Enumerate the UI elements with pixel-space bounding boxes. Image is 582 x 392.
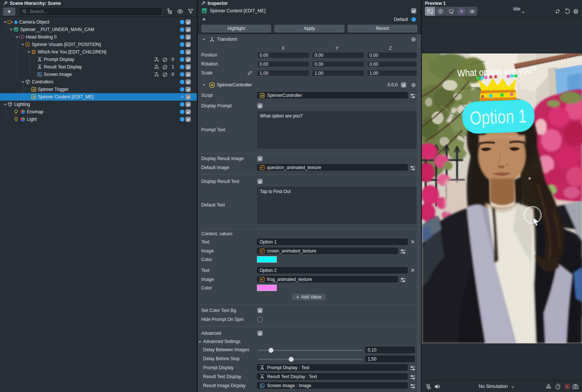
svg-text:JS: JS xyxy=(261,94,264,97)
svg-text:Option 1: Option 1 xyxy=(469,105,527,129)
svg-text:JS: JS xyxy=(32,88,36,91)
svg-text:JS: JS xyxy=(32,96,36,98)
svg-text:JS: JS xyxy=(210,84,214,86)
